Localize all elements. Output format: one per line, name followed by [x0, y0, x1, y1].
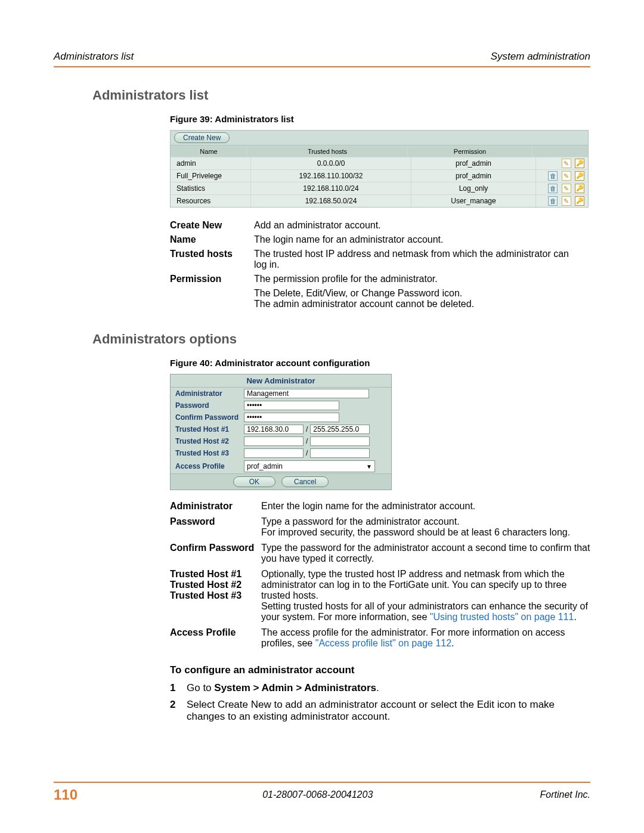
cell-hosts: 192.168.50.0/24: [251, 195, 411, 207]
def-key: Access Profile: [170, 625, 261, 651]
trusted-host-3-mask-input[interactable]: [310, 448, 370, 458]
cell-perm: Log_only: [411, 182, 536, 194]
cancel-button[interactable]: Cancel: [281, 476, 329, 487]
trusted-host-1-ip-input[interactable]: 192.168.30.0: [244, 425, 304, 434]
col-trusted-hosts: Trusted hosts: [247, 146, 408, 157]
create-new-button[interactable]: Create New: [174, 132, 230, 143]
figure40-caption: Figure 40: Administrator account configu…: [170, 358, 590, 368]
procedure-heading: To configure an administrator account: [170, 664, 590, 676]
admin-list-definitions: Create New Add an administrator account.…: [170, 218, 587, 311]
def-key: Trusted Host #1 Trusted Host #2 Trusted …: [170, 566, 261, 625]
trusted-host-1-mask-input[interactable]: 255.255.255.0: [310, 425, 370, 434]
administrator-input[interactable]: Management: [244, 389, 369, 398]
icons-note: The admin administrator account cannot b…: [254, 299, 474, 309]
delete-icon[interactable]: [548, 184, 558, 193]
def-key: Administrator: [170, 498, 261, 514]
def-val: The permission profile for the administr…: [254, 272, 587, 286]
header-rule: [54, 66, 590, 67]
confirm-password-input[interactable]: ••••••: [244, 413, 339, 422]
label-confirm-password: Confirm Password: [175, 413, 244, 422]
label-trusted-host-1: Trusted Host #1: [175, 425, 244, 433]
delete-icon[interactable]: [548, 196, 558, 206]
new-admin-form: New Administrator Administrator Manageme…: [170, 374, 392, 490]
password-icon[interactable]: [575, 159, 584, 168]
def-val: Enter the login name for the administrat…: [261, 498, 599, 514]
cell-name: Resources: [171, 195, 251, 207]
def-key: Trusted hosts: [170, 247, 254, 272]
step-number: 1: [170, 682, 187, 694]
slash: /: [304, 425, 310, 433]
edit-icon[interactable]: [562, 159, 571, 168]
label-password: Password: [175, 401, 244, 410]
def-val: Add an administrator account.: [254, 218, 587, 233]
table-row: admin 0.0.0.0/0 prof_admin: [171, 157, 588, 169]
icons-note: The Delete, Edit/View, or Change Passwor…: [254, 288, 462, 298]
cell-name: Statistics: [171, 182, 251, 194]
chevron-down-icon: ▼: [366, 463, 372, 470]
def-val: The Delete, Edit/View, or Change Passwor…: [254, 286, 587, 311]
cell-hosts: 192.168.110.100/32: [251, 170, 411, 182]
document-id: 01-28007-0068-20041203: [95, 789, 540, 800]
edit-icon[interactable]: [562, 196, 571, 206]
trusted-host-2-mask-input[interactable]: [310, 436, 370, 446]
link-using-trusted-hosts[interactable]: "Using trusted hosts" on page 111: [430, 612, 574, 622]
col-permission: Permission: [408, 146, 532, 157]
cell-name: admin: [171, 157, 251, 169]
footer-rule: [54, 782, 590, 783]
col-name: Name: [171, 146, 247, 157]
label-access-profile: Access Profile: [175, 462, 244, 470]
link-access-profile-list[interactable]: "Access profile list" on page 112: [315, 638, 451, 648]
cell-perm: prof_admin: [411, 157, 536, 169]
def-val: The access profile for the administrator…: [261, 625, 599, 651]
header-right: System administration: [491, 51, 590, 63]
def-key: Permission: [170, 272, 254, 286]
trusted-host-2-ip-input[interactable]: [244, 436, 304, 446]
def-key: Create New: [170, 218, 254, 233]
section-title-admin-options: Administrators options: [92, 332, 590, 347]
def-val: Type the password for the administrator …: [261, 540, 599, 566]
def-key: Name: [170, 233, 254, 247]
table-row: Resources 192.168.50.0/24 User_manage: [171, 194, 588, 207]
table-row: Statistics 192.168.110.0/24 Log_only: [171, 182, 588, 194]
table-row: Full_Privelege 192.168.110.100/32 prof_a…: [171, 169, 588, 182]
password-icon[interactable]: [575, 184, 584, 193]
label-trusted-host-3: Trusted Host #3: [175, 449, 244, 457]
label-administrator: Administrator: [175, 389, 244, 398]
label-trusted-host-2: Trusted Host #2: [175, 437, 244, 445]
edit-icon[interactable]: [562, 171, 571, 181]
slash: /: [304, 449, 310, 457]
step-number: 2: [170, 699, 187, 723]
def-key: Password: [170, 514, 261, 540]
password-icon[interactable]: [575, 196, 584, 206]
admin-list-screenshot: Create New Name Trusted hosts Permission…: [170, 130, 589, 208]
cell-name: Full_Privelege: [171, 170, 251, 182]
select-value: prof_admin: [247, 462, 283, 470]
step-text: Select Create New to add an administrato…: [187, 699, 590, 723]
delete-icon[interactable]: [548, 171, 558, 181]
company-name: Fortinet Inc.: [540, 789, 590, 800]
cell-hosts: 192.168.110.0/24: [251, 182, 411, 194]
step-text: Go to System > Admin > Administrators.: [187, 682, 590, 694]
section-title-admin-list: Administrators list: [92, 88, 590, 103]
header-left: Administrators list: [54, 51, 134, 63]
form-title: New Administrator: [171, 374, 391, 388]
cell-perm: prof_admin: [411, 170, 536, 182]
slash: /: [304, 437, 310, 445]
figure39-caption: Figure 39: Administrators list: [170, 114, 590, 124]
ok-button[interactable]: OK: [233, 476, 275, 487]
def-key: Confirm Password: [170, 540, 261, 566]
def-val: The login name for an administrator acco…: [254, 233, 587, 247]
def-val: Optionally, type the trusted host IP add…: [261, 566, 599, 625]
cell-hosts: 0.0.0.0/0: [251, 157, 411, 169]
admin-options-definitions: Administrator Enter the login name for t…: [170, 498, 599, 651]
password-input[interactable]: ••••••: [244, 401, 339, 410]
page-number: 110: [54, 786, 95, 803]
password-icon[interactable]: [575, 171, 584, 181]
cell-perm: User_manage: [411, 195, 536, 207]
trusted-host-3-ip-input[interactable]: [244, 448, 304, 458]
def-val: The trusted host IP address and netmask …: [254, 247, 587, 272]
edit-icon[interactable]: [562, 184, 571, 193]
access-profile-select[interactable]: prof_admin ▼: [244, 460, 375, 472]
def-val: Type a password for the administrator ac…: [261, 514, 599, 540]
